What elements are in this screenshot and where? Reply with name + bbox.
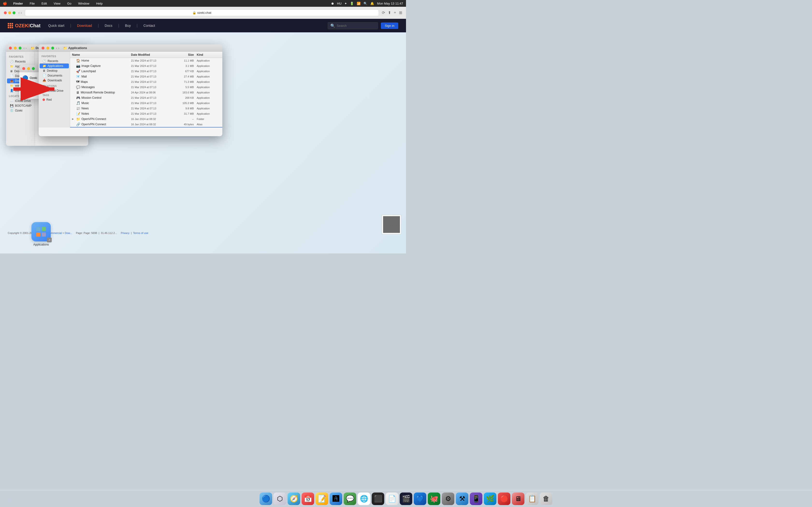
applications-icon: 📁	[10, 65, 13, 68]
app-row[interactable]: 🎵 Music 21 Mar 2024 at 07:13 105.3 MB Ap…	[70, 101, 222, 106]
user-icon: 👤	[10, 89, 13, 92]
row-date: 21 Mar 2024 at 07:13	[131, 112, 174, 115]
sidebar-item-recents[interactable]: 🕐 Recents	[7, 59, 34, 64]
row-app-icon: 📝	[76, 112, 80, 116]
minimize-button[interactable]	[14, 47, 17, 50]
app-row[interactable]: 🗺 Maps 21 Mar 2024 at 07:13 71.3 MB Appl…	[70, 79, 222, 84]
app-downloads-icon: 📥	[43, 79, 46, 82]
app-row[interactable]: 📰 News 21 Mar 2024 at 07:13 9.8 MB Appli…	[70, 106, 222, 111]
ozeki-minimize-button[interactable]	[27, 67, 30, 70]
add-tab-button[interactable]: +	[394, 10, 396, 15]
row-kind: Application	[194, 86, 220, 89]
app-row[interactable]: 📧 Mail 21 Mar 2024 at 07:13 27.4 MB Appl…	[70, 74, 222, 79]
row-app-icon: 🎵	[76, 101, 80, 105]
applications-titlebar: ‹ › 📁 Applications	[39, 44, 222, 52]
row-size: 11.1 MB	[174, 59, 194, 62]
row-kind: Application	[194, 70, 220, 73]
row-size: 3.1 MB	[174, 64, 194, 67]
menubar-help[interactable]: Help	[95, 1, 104, 6]
applications-large-icon[interactable]: ↗	[32, 222, 51, 241]
app-minimize-button[interactable]	[46, 47, 49, 50]
menubar-search[interactable]: 🔍	[363, 2, 367, 5]
app-row[interactable]: 💬 Messages 21 Mar 2024 at 07:13 5.5 MB A…	[70, 84, 222, 90]
row-size: 5.5 MB	[174, 86, 194, 89]
safari-minimize-button[interactable]	[8, 11, 11, 14]
nav-contact[interactable]: Contact	[143, 24, 155, 27]
app-row[interactable]: 🖥 Microsoft Remote Desktop 24 Apr 2024 a…	[70, 90, 222, 95]
app-row[interactable]: 🔵 Ozeki 10 May 2024 at 14:41 5 MB Applic…	[70, 127, 222, 127]
close-button[interactable]	[9, 47, 12, 50]
maximize-button[interactable]	[18, 47, 21, 50]
menubar-go[interactable]: Go	[66, 1, 73, 6]
menubar-window[interactable]: Window	[77, 1, 91, 6]
row-name: 🎵 Music	[72, 101, 131, 105]
col-size-header[interactable]: Size	[174, 53, 194, 56]
privacy-link[interactable]: Privacy	[121, 231, 130, 234]
svg-rect-3	[36, 232, 40, 237]
app-sidebar-downloads[interactable]: 📥 Downloads	[40, 78, 69, 83]
reload-button[interactable]: ⟳	[382, 10, 385, 15]
ozeki-logo: OZEKIChat	[8, 23, 41, 29]
app-sidebar-red[interactable]: Red	[40, 97, 69, 102]
app-locations-label: Locations	[39, 83, 70, 89]
sidebar-item-icloud[interactable]: ☁️ iCloud Drive	[7, 99, 34, 103]
app-row[interactable]: 📷 Image Capture 21 Mar 2024 at 07:13 3.1…	[70, 63, 222, 68]
safari-forward-button[interactable]: ›	[20, 11, 22, 15]
nav-quickstart[interactable]: Quick start	[48, 24, 64, 27]
apple-menu[interactable]: 🍎	[3, 1, 7, 5]
col-date-header[interactable]: Date Modified	[131, 53, 174, 56]
row-app-icon: 📧	[76, 74, 80, 78]
app-maximize-button[interactable]	[51, 47, 54, 50]
forward-button[interactable]: ›	[26, 46, 27, 50]
breadcrumb-download[interactable]: Dow...	[65, 231, 72, 234]
app-back-button[interactable]: ‹	[56, 46, 57, 50]
search-box[interactable]: 🔍	[328, 22, 378, 29]
app-sidebar-icloud[interactable]: ☁️ iCloud Drive	[40, 89, 69, 93]
ozeki-maximize-button[interactable]	[32, 67, 35, 70]
brand-ozeki: OZEKI	[15, 23, 30, 28]
menubar-edit[interactable]: Edit	[40, 1, 48, 6]
nav-buy[interactable]: Buy	[125, 24, 131, 27]
finder-nav: ‹ ›	[23, 46, 27, 50]
sidebar-item-bootcamp[interactable]: 💾 BOOTCAMP	[7, 103, 34, 108]
safari-close-button[interactable]	[4, 11, 7, 14]
col-kind-header[interactable]: Kind	[194, 53, 220, 56]
app-row[interactable]: 🔗 OpenVPN Connect 16 Jan 2024 at 08:32 4…	[70, 122, 222, 127]
nav-download[interactable]: Download	[77, 24, 92, 27]
menubar-finder[interactable]: Finder	[12, 1, 24, 6]
nav-docs[interactable]: Docs	[105, 24, 112, 27]
menubar-view[interactable]: View	[52, 1, 62, 6]
row-app-name: News	[82, 107, 89, 110]
terms-link[interactable]: Terms of use	[133, 231, 148, 234]
col-name-header[interactable]: Name	[72, 53, 131, 56]
logo-grid	[8, 23, 13, 28]
menubar-file[interactable]: File	[28, 1, 36, 6]
safari-maximize-button[interactable]	[12, 11, 15, 14]
ozeki-close-button[interactable]	[22, 67, 25, 70]
sign-in-button[interactable]: Sign in	[381, 22, 398, 29]
sidebar-toggle-button[interactable]: ⊞	[399, 10, 402, 15]
safari-url-bar[interactable]: 🔒 ozeki.chat	[25, 9, 379, 16]
app-row[interactable]: 🏠 Home 21 Mar 2024 at 07:13 11.1 MB Appl…	[70, 58, 222, 63]
search-input[interactable]	[337, 24, 375, 27]
app-sidebar-applications[interactable]: 📁 Applications	[40, 63, 69, 68]
safari-back-button[interactable]: ‹	[18, 11, 19, 15]
app-row[interactable]: 📝 Notes 21 Mar 2024 at 07:13 31.7 MB App…	[70, 111, 222, 116]
sidebar-item-ozeki[interactable]: 💿 Ozeki	[7, 108, 34, 113]
row-size: 27.4 MB	[174, 75, 194, 78]
app-sidebar-documents[interactable]: 📄 Documents	[40, 73, 69, 78]
row-kind: Alias	[194, 123, 220, 126]
recents-icon: 🕐	[10, 60, 13, 63]
app-row[interactable]: 🚀 Launchpad 21 Mar 2024 at 07:13 677 KB …	[70, 68, 222, 74]
back-button[interactable]: ‹	[23, 46, 24, 50]
app-row[interactable]: ▶ 📁 OpenVPN Connect 16 Jan 2024 at 08:32…	[70, 116, 222, 122]
app-recents-icon: 🕐	[43, 59, 46, 63]
app-row[interactable]: 🎮 Mission Control 21 Mar 2024 at 07:13 2…	[70, 95, 222, 101]
share-button[interactable]: ⬆	[388, 10, 391, 15]
app-forward-button[interactable]: ›	[58, 46, 59, 50]
app-sidebar-recents[interactable]: 🕐 Recents	[40, 59, 69, 63]
app-close-button[interactable]	[42, 47, 45, 50]
desktop-icon: 🖥	[10, 69, 13, 73]
ozeki-drive-icon: 💿	[10, 109, 13, 112]
app-sidebar-desktop[interactable]: 🖥 Desktop	[40, 68, 69, 73]
